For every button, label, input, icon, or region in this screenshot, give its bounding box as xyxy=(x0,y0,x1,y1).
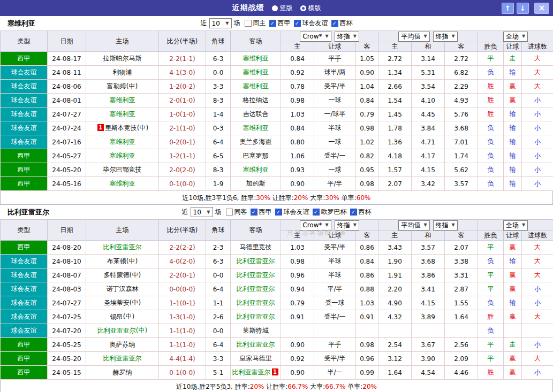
move-down-button[interactable]: ↓ xyxy=(517,3,529,14)
away-team-cell: 比利亚雷亚尔1 xyxy=(231,366,281,380)
match-row: 球会友谊24-08-11利物浦4-1(3-0)0-0塞维利亚0.92球半/两0.… xyxy=(1,66,553,80)
asia-away-odds-cell: 0.90 xyxy=(356,66,378,80)
euro-average-select[interactable]: 平均值▼ xyxy=(398,32,429,42)
team-name-text: 比利亚雷亚尔 xyxy=(103,243,142,251)
col-header-result: 胜负 xyxy=(478,231,504,241)
col-header-date: 日期 xyxy=(48,31,86,52)
filter-checkbox-球会友谊[interactable]: ✓球会友谊 xyxy=(294,19,328,28)
match-count-select[interactable]: 10 ▼ xyxy=(191,207,213,217)
corner-cell: 0-3 xyxy=(206,121,231,135)
bookmaker-select[interactable]: Crow*▼ xyxy=(300,220,331,230)
filter-checkbox-欧罗巴杯[interactable]: ✓欧罗巴杯 xyxy=(313,207,347,217)
asia-away-odds-cell: 1.02 xyxy=(356,135,378,149)
away-team-cell: 比利亚雷亚尔 xyxy=(231,268,281,282)
asia-away-odds-cell: 0.99 xyxy=(356,366,378,380)
col-header-away: 客场 xyxy=(231,31,281,52)
layout-radio-vertical[interactable]: 竖版 xyxy=(272,4,293,13)
home-team-cell: 奥萨苏纳 xyxy=(86,338,159,352)
score-cell: 0-1(0-0) xyxy=(159,177,206,191)
filter-checkbox-西甲[interactable]: ✓西甲 xyxy=(269,19,291,28)
scope-select[interactable]: 全场▼ xyxy=(503,32,528,42)
checkbox-checked-icon: ✓ xyxy=(350,209,357,216)
home-team-cell: 比利亚雷亚尔 xyxy=(86,352,159,366)
result-cell: 胜 xyxy=(478,94,504,107)
euro-draw-odds-cell: 4.17 xyxy=(412,149,445,163)
col-header-corner: 角球 xyxy=(206,31,231,52)
chevron-down-icon: ▼ xyxy=(452,34,455,39)
summary-value: 66.7% xyxy=(325,383,345,390)
handicap-result-cell: 走 xyxy=(504,338,522,352)
col-header-type: 类型 xyxy=(1,31,48,52)
asia-stage-select[interactable]: 终指▼ xyxy=(335,220,359,230)
checkbox-checked-icon: ✓ xyxy=(294,20,301,27)
team-name-text: 比利亚雷亚尔 xyxy=(103,355,142,362)
result-cell: 平 xyxy=(478,52,504,66)
asia-home-odds-cell: 0.93 xyxy=(281,163,314,177)
arrow-up-icon: ↑ xyxy=(505,4,511,12)
bookmaker-select[interactable]: Crow*▼ xyxy=(300,32,331,42)
euro-draw-odds-cell: 4.15 xyxy=(412,296,445,310)
scope-select[interactable]: 全场▼ xyxy=(503,220,528,230)
result-cell: 负 xyxy=(478,255,504,268)
filter-checkbox-同客[interactable]: 同客 xyxy=(226,207,247,217)
match-row: 球会友谊24-07-20比利亚雷亚尔(中)1-1(1-0)0-0莱斯特城负 xyxy=(1,324,553,338)
move-up-button[interactable]: ↑ xyxy=(502,3,514,14)
euro-draw-odds-cell: 3.41 xyxy=(412,282,445,296)
score-cell: 2-1(1-0) xyxy=(159,121,206,135)
checkbox-checked-icon: ✓ xyxy=(275,209,282,216)
radio-icon xyxy=(300,5,306,11)
filter-checkbox-西杯[interactable]: ✓西杯 xyxy=(350,207,372,217)
team-name-text: 毕尔巴鄂竞技 xyxy=(103,166,142,173)
team-name-text: 塞维利亚 xyxy=(110,152,135,159)
checkbox-checked-icon: ✓ xyxy=(331,20,338,27)
euro-home-odds-cell: 2.20 xyxy=(378,282,412,296)
euro-away-odds-cell: 3.31 xyxy=(445,268,478,282)
asia-handicap-cell: 半球 xyxy=(314,268,356,282)
layout-radio-horizontal[interactable]: 横版 xyxy=(300,4,321,13)
team-name-text: 里斯本竞技(中) xyxy=(105,124,148,132)
euro-average-select[interactable]: 平均值▼ xyxy=(398,220,429,230)
goals-result-cell: 小 xyxy=(522,121,553,135)
team-name-text: 塞维利亚 xyxy=(243,166,269,173)
asia-stage-select[interactable]: 终指▼ xyxy=(335,32,359,42)
asia-away-odds-cell: 0.82 xyxy=(356,149,378,163)
euro-draw-odds-cell: 3.90 xyxy=(412,352,445,366)
filter-checkbox-西杯[interactable]: ✓西杯 xyxy=(331,19,353,28)
euro-home-odds-cell: 4.18 xyxy=(378,149,412,163)
corner-cell: 1-1 xyxy=(206,296,231,310)
chevron-down-icon: ▼ xyxy=(423,34,427,39)
filter-group: 近 10 ▼ 场 同客✓西甲✓球会友谊✓欧罗巴杯✓西杯 xyxy=(182,207,372,217)
away-team-cell: 比利亚雷亚尔 xyxy=(231,310,281,324)
home-team-cell: 多特蒙德(中) xyxy=(86,268,159,282)
table-header: 类型 日期 主场 比分(半场) 角球 客场 Crow*▼ 终指▼ 平均值▼ 终指… xyxy=(1,220,553,241)
euro-draw-odds-cell: 4.15 xyxy=(412,163,445,177)
team-name-text: 比利亚雷亚尔 xyxy=(237,299,275,306)
corner-cell: 3-3 xyxy=(206,80,231,94)
checkbox-unchecked-icon xyxy=(245,20,252,27)
euro-stage-select[interactable]: 终指▼ xyxy=(433,32,458,42)
score-cell: 0-0(0-0) xyxy=(159,282,206,296)
match-date-cell: 24-08-17 xyxy=(48,52,86,66)
section-team-name: 塞维利亚 xyxy=(7,19,35,28)
filter-checkbox-球会友谊[interactable]: ✓球会友谊 xyxy=(275,207,309,217)
euro-home-odds-cell: 1.34 xyxy=(378,66,412,80)
summary-line: 近10场,胜2平5负3, 胜率:20% 让胜率:66.7% 大率:66.7% 单… xyxy=(0,380,553,392)
filter-checkbox-同主[interactable]: 同主 xyxy=(245,19,266,28)
result-cell: 平 xyxy=(478,282,504,296)
euro-away-odds-cell: 2.56 xyxy=(445,338,478,352)
euro-draw-odds-cell: 3.68 xyxy=(412,255,445,268)
team-name-text: 塞维利亚 xyxy=(243,124,269,132)
col-header-date: 日期 xyxy=(48,220,86,241)
asia-away-odds-cell xyxy=(356,324,378,338)
asia-away-odds-cell: 1.05 xyxy=(356,52,378,66)
team-name-text: 比利亚雷亚尔 xyxy=(237,257,275,265)
asia-home-odds-cell: 0.78 xyxy=(281,80,314,94)
euro-stage-select[interactable]: 终指▼ xyxy=(433,220,458,230)
match-row: 西甲24-05-20毕尔巴鄂竞技2-0(2-0)8-3塞维利亚0.93一球0.9… xyxy=(1,163,553,177)
league-type-cell: 西甲 xyxy=(1,352,48,366)
filter-checkbox-西甲[interactable]: ✓西甲 xyxy=(251,207,272,217)
result-cell: 平 xyxy=(478,241,504,255)
match-count-select[interactable]: 10 ▼ xyxy=(209,18,232,28)
close-button[interactable]: × xyxy=(534,3,549,14)
asia-handicap-cell xyxy=(314,324,356,338)
